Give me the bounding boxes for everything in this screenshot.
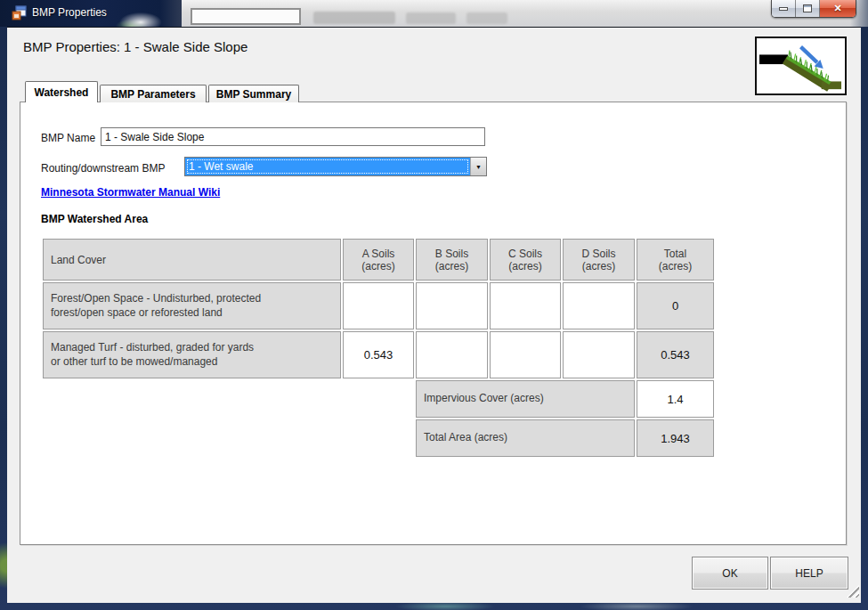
turf-c-soils-input[interactable] xyxy=(490,331,561,378)
forest-a-soils-input[interactable] xyxy=(343,282,414,329)
page-title: BMP Properties: 1 - Swale Side Slope xyxy=(23,39,247,54)
impervious-cover-input[interactable] xyxy=(637,380,714,418)
bmp-properties-window: BMP Properties ✕ BMP Properties: 1 - Swa… xyxy=(0,0,868,610)
tab-bmp-summary[interactable]: BMP Summary xyxy=(208,85,299,102)
background-window-textbox xyxy=(191,8,301,25)
dropdown-selected-value[interactable]: 1 - Wet swale xyxy=(185,158,470,175)
forest-total-value: 0 xyxy=(637,282,714,329)
forest-c-soils-input[interactable] xyxy=(490,282,561,329)
maximize-icon[interactable] xyxy=(796,0,820,17)
forest-d-soils-input[interactable] xyxy=(563,282,635,329)
chevron-down-icon[interactable]: ▼ xyxy=(470,158,486,175)
stormwater-manual-wiki-link[interactable]: Minnesota Stormwater Manual Wiki xyxy=(41,186,220,199)
close-icon[interactable]: ✕ xyxy=(820,0,856,17)
total-area-label: Total Area (acres) xyxy=(416,419,635,457)
minimize-icon[interactable] xyxy=(772,0,796,17)
tab-watershed[interactable]: Watershed xyxy=(25,81,98,102)
turf-b-soils-input[interactable] xyxy=(416,331,488,378)
col-header-a-soils: A Soils (acres) xyxy=(343,239,414,281)
winforms-window-icon[interactable] xyxy=(12,5,27,20)
help-button[interactable]: HELP xyxy=(770,557,848,590)
turf-total-value: 0.543 xyxy=(637,331,714,378)
impervious-cover-label: Impervious Cover (acres) xyxy=(416,380,635,418)
background-window-shape xyxy=(406,12,456,24)
bmp-name-label: BMP Name xyxy=(41,132,95,144)
background-window-shape xyxy=(313,12,395,24)
bmp-watershed-table: Land Cover A Soils (acres) B Soils (acre… xyxy=(43,239,714,457)
col-header-d-soils: D Soils (acres) xyxy=(563,239,635,281)
caption-buttons: ✕ xyxy=(771,0,856,18)
turf-d-soils-input[interactable] xyxy=(563,331,635,378)
swale-side-slope-image xyxy=(755,37,847,95)
col-header-land-cover: Land Cover xyxy=(43,239,341,281)
col-header-total: Total (acres) xyxy=(637,239,714,281)
background-window-glass xyxy=(182,0,868,27)
row-label-forest-open-space: Forest/Open Space - Undisturbed, protect… xyxy=(43,282,341,329)
col-header-c-soils: C Soils (acres) xyxy=(490,239,561,281)
window-title: BMP Properties xyxy=(32,6,107,19)
turf-a-soils-input[interactable] xyxy=(343,331,414,378)
routing-downstream-dropdown[interactable]: 1 - Wet swale ▼ xyxy=(184,157,487,176)
background-window-shape xyxy=(466,12,507,24)
title-bar: BMP Properties ✕ xyxy=(0,0,868,27)
tab-bmp-parameters[interactable]: BMP Parameters xyxy=(100,85,207,102)
ok-button[interactable]: OK xyxy=(692,557,768,590)
row-label-managed-turf: Managed Turf - disturbed, graded for yar… xyxy=(43,331,341,378)
routing-downstream-label: Routing/downstream BMP xyxy=(41,162,165,175)
forest-b-soils-input[interactable] xyxy=(416,282,488,329)
bmp-name-input[interactable] xyxy=(101,127,485,146)
swale-illustration-icon xyxy=(757,38,845,94)
total-area-value: 1.943 xyxy=(637,419,714,457)
col-header-b-soils: B Soils (acres) xyxy=(416,239,488,281)
bmp-watershed-area-heading: BMP Watershed Area xyxy=(41,213,148,225)
